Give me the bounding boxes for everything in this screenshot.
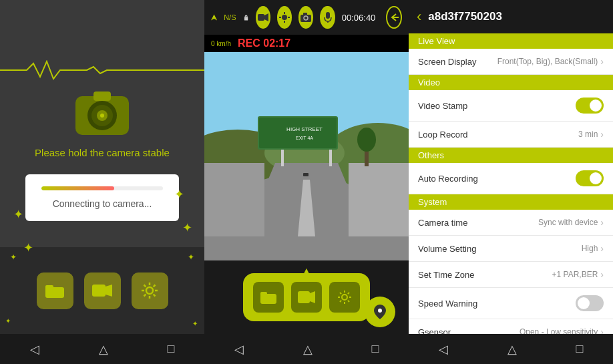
nav-back-icon[interactable]: ◁ [234,342,244,357]
camera-preview: HIGH STREET EXIT 4A [204,52,409,260]
video-ctrl-button[interactable] [291,282,322,313]
lock-icon [243,13,249,22]
toggle-on[interactable] [576,170,604,186]
rec-info-bar: 0 km/h REC 02:17 [204,35,409,52]
svg-rect-32 [349,163,409,236]
svg-point-46 [342,295,347,300]
mic-icon [324,12,332,23]
chevron-icon: › [600,129,604,140]
camera-icon-large [72,86,132,136]
speed-text: 0 km/h [211,40,231,47]
section-header-video: Video [409,75,613,90]
nav-home-icon[interactable]: △ [303,342,313,357]
nav-bar-panel2: ◁ △ □ [204,334,409,364]
time-display: 00:06:40 [342,13,376,23]
setting-value: 3 min [578,130,598,139]
video-mode-icon [258,13,268,21]
nav-back-icon[interactable]: ◁ [30,342,39,357]
sparkle-icon: ✦ [174,187,184,202]
gps-label: N/S [224,13,236,21]
nav-recent-icon[interactable]: □ [576,342,584,356]
panel-connecting: Please hold the camera stable Connecting… [0,0,204,364]
toggle-on[interactable] [576,98,604,114]
sparkle-icon: ✦ [10,252,17,262]
svg-rect-12 [244,17,247,20]
video-button[interactable] [84,272,121,309]
setting-value: Open - Low sensitivity [520,327,598,334]
svg-point-47 [378,309,382,313]
nav-recent-icon[interactable]: □ [168,342,175,356]
setting-label: Set Time Zone [418,270,475,280]
toggle-off[interactable] [576,295,604,311]
section-header-others: Others [409,148,613,163]
svg-rect-13 [258,14,264,21]
svg-text:HIGH STREET: HIGH STREET [286,126,323,132]
svg-point-15 [282,15,287,20]
sparkle-icon: ✦ [13,207,23,222]
brightness-icon [279,12,290,23]
setting-row[interactable]: Speed Warning [409,288,613,319]
folder-button[interactable] [37,272,73,309]
settings-header: ‹ a8d3f7750203 [409,0,613,33]
setting-value: +1 PAR,BER [552,270,598,279]
svg-rect-34 [259,118,337,148]
nav-bar-panel1: ◁ △ □ [0,334,204,364]
settings-button[interactable] [132,272,168,309]
video-ctrl-icon [298,291,315,304]
video-icon [92,283,112,298]
svg-point-5 [100,114,104,118]
nav-recent-icon[interactable]: □ [372,342,379,356]
setting-value: Front(Top, Big), Back(Small) [497,57,598,66]
setting-row[interactable]: Loop Record3 min› [409,122,613,148]
rec-text: REC 02:17 [238,37,290,49]
control-bar [243,273,370,321]
setting-row[interactable]: Camera timeSync with device› [409,210,613,236]
back-to-camera-button[interactable] [386,6,402,29]
nav-home-icon[interactable]: △ [99,342,108,357]
recording-header: N/S [204,0,409,35]
settings-ctrl-button[interactable] [329,282,360,313]
sparkle-icon: ✦ [182,220,192,235]
settings-ctrl-icon [337,289,353,305]
road-scene-svg: HIGH STREET EXIT 4A [204,52,409,260]
camera-switch-button[interactable] [298,6,313,29]
svg-rect-23 [326,12,330,19]
setting-label: Speed Warning [418,299,477,309]
sparkle-icon: ✦ [188,252,194,262]
video-mode-button[interactable] [256,6,270,29]
svg-rect-31 [204,163,264,236]
svg-rect-7 [45,285,53,290]
sparkle-icon: ✦ [192,320,198,327]
folder-ctrl-button[interactable] [253,282,284,313]
mic-button[interactable] [320,6,335,29]
svg-marker-11 [211,14,217,20]
nav-back-icon[interactable]: ◁ [439,342,448,357]
connecting-box: Connecting to camera... [25,174,179,221]
setting-row[interactable]: Video Stamp [409,90,613,122]
svg-rect-1 [93,92,111,101]
panel2-bottom-controls: ▲ [204,260,409,334]
section-header-live-view: Live View [409,33,613,49]
panel1-top: Please hold the camera stable Connecting… [0,0,204,247]
setting-row[interactable]: Screen DisplayFront(Top, Big), Back(Smal… [409,49,613,75]
setting-label: Auto Recording [418,174,478,184]
svg-text:EXIT 4A: EXIT 4A [296,136,313,140]
svg-rect-8 [92,285,106,297]
setting-row[interactable]: Set Time Zone+1 PAR,BER› [409,262,613,288]
setting-label: Video Stamp [418,101,467,111]
chevron-icon: › [600,243,604,254]
back-icon[interactable]: ‹ [417,8,421,25]
settings-icon [140,281,159,300]
progress-fill [41,186,114,190]
gps-icon [211,13,217,22]
svg-marker-14 [264,13,268,21]
return-icon [389,13,399,22]
nav-home-icon[interactable]: △ [507,342,517,357]
folder-ctrl-icon [260,291,276,304]
location-button[interactable] [365,297,395,327]
setting-row[interactable]: GsensorOpen - Low sensitivity› [409,319,613,334]
svg-rect-38 [329,150,332,166]
setting-row[interactable]: Auto Recording [409,163,613,194]
brightness-button[interactable] [277,6,292,29]
setting-row[interactable]: Volume SettingHigh› [409,236,613,262]
